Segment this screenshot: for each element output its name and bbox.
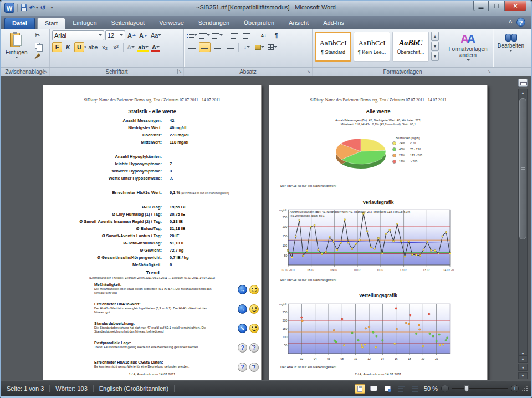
- paste-button[interactable]: Einfügen: [3, 30, 29, 66]
- copy-icon[interactable]: [32, 41, 43, 50]
- draft-view-icon[interactable]: [410, 384, 421, 394]
- close-button[interactable]: ×: [504, 1, 526, 11]
- ribbon-tabs: DateiStartEinfügenSeitenlayoutVerweiseSe…: [4, 18, 351, 29]
- grow-font-button[interactable]: A: [126, 30, 137, 40]
- ribbon-tab[interactable]: Add-Ins: [316, 18, 351, 29]
- clipboard-group-label: Zwischenablage↘: [1, 68, 50, 76]
- font-group: Arial 12 A A Aa F K U ▾ abe x₂ x² A ab A: [50, 29, 184, 67]
- font-color-button[interactable]: A: [151, 42, 161, 52]
- zoom-level[interactable]: 50 %: [424, 385, 438, 392]
- text-effects-button[interactable]: A: [126, 42, 136, 52]
- editing-group-label: [493, 68, 531, 76]
- document-page-1: SiDiary: Name des Patienten: Demo-org, T…: [43, 85, 262, 380]
- ribbon-tab[interactable]: Überprüfen: [237, 18, 282, 29]
- style-card[interactable]: AaBbCcI ¶ Kein Lee...: [354, 32, 390, 62]
- select-browse-object-icon[interactable]: ●: [518, 364, 528, 371]
- pie-legend-item: 24% < 70: [392, 141, 432, 145]
- svg-text:100: 100: [283, 335, 288, 339]
- ribbon-tab[interactable]: Seitenlayout: [104, 18, 152, 29]
- legend-swatch-icon: [392, 160, 396, 164]
- dialog-launcher-icon[interactable]: ↘: [43, 69, 48, 74]
- fullscreen-reading-view-icon[interactable]: [369, 384, 379, 394]
- trend-status-icon: [238, 363, 247, 372]
- change-styles-button[interactable]: AA Formatvorlagen ändern: [446, 32, 490, 64]
- bold-button[interactable]: F: [52, 42, 62, 52]
- styles-scroll-up-icon[interactable]: ▲: [431, 32, 439, 41]
- italic-button[interactable]: K: [63, 42, 73, 52]
- ribbon-tab[interactable]: Verweise: [152, 18, 191, 29]
- dialog-launcher-icon[interactable]: ↘: [306, 69, 311, 74]
- show-paragraph-marks-icon[interactable]: ¶: [270, 30, 282, 40]
- scrollbar-track[interactable]: ▲ ▼: [518, 89, 528, 358]
- ribbon-tab[interactable]: Ansicht: [282, 18, 316, 29]
- maximize-button[interactable]: [489, 1, 504, 11]
- ruler-toggle-icon[interactable]: [518, 79, 528, 87]
- zoom-in-icon[interactable]: +: [511, 385, 519, 392]
- line-spacing-icon[interactable]: ↕: [241, 42, 253, 52]
- decrease-indent-icon[interactable]: [228, 30, 240, 40]
- document-area: SiDiary: Name des Patienten: Demo-org, T…: [1, 76, 531, 380]
- previous-page-icon[interactable]: ▲: [518, 355, 528, 363]
- style-card[interactable]: AaBbC Überschrif...: [392, 32, 429, 62]
- change-case-button[interactable]: Aa: [150, 30, 162, 40]
- minimize-button[interactable]: [473, 1, 489, 11]
- help-icon[interactable]: ?: [516, 18, 525, 27]
- trend-smiley-icon: [249, 343, 259, 353]
- dialog-launcher-icon[interactable]: ↘: [487, 69, 492, 74]
- word-count-status[interactable]: Wörter: 103: [50, 385, 93, 392]
- increase-indent-icon[interactable]: [241, 30, 253, 40]
- scroll-up-icon[interactable]: ▲: [519, 89, 527, 97]
- text-highlight-button[interactable]: ab: [137, 42, 150, 52]
- underline-button[interactable]: U: [74, 42, 84, 52]
- paragraph-group: A↓ ¶ ↕: [184, 29, 313, 67]
- shrink-font-button[interactable]: A: [138, 30, 149, 40]
- print-layout-view-icon[interactable]: [355, 384, 365, 394]
- web-layout-view-icon[interactable]: [382, 384, 393, 394]
- editing-button[interactable]: Bearbeiten: [495, 33, 526, 54]
- next-page-icon[interactable]: ▼: [518, 372, 528, 379]
- scrollbar-thumb[interactable]: [519, 98, 526, 239]
- font-name-select[interactable]: Arial: [52, 30, 104, 40]
- multilevel-list-icon[interactable]: [212, 30, 223, 40]
- ribbon-tab[interactable]: Sendungen: [191, 18, 237, 29]
- dialog-launcher-icon[interactable]: ↘: [177, 69, 182, 74]
- outline-view-icon[interactable]: [396, 384, 407, 394]
- svg-text:150: 150: [283, 234, 288, 238]
- language-status[interactable]: Englisch (Großbritannien): [94, 385, 174, 392]
- superscript-button[interactable]: x²: [111, 42, 121, 52]
- styles-more-icon[interactable]: ▼: [431, 52, 439, 61]
- underline-dropdown-icon[interactable]: ▾: [84, 45, 86, 49]
- ribbon-tab[interactable]: Einfügen: [65, 18, 104, 29]
- strikethrough-button[interactable]: abe: [88, 42, 99, 52]
- pie-subtitle-line2: Mittelwert: 118, HbA1c: 6,1% (43,2mmol/m…: [269, 123, 487, 126]
- page-count-status[interactable]: Seite: 1 von 3: [1, 385, 49, 392]
- svg-text:mg/dl: mg/dl: [279, 208, 286, 212]
- numbered-list-icon[interactable]: [199, 30, 211, 40]
- trend-item: Standardabweichung: Die Standardabweichu…: [94, 322, 234, 336]
- status-bar: Seite: 1 von 3 Wörter: 103 Englisch (Gro…: [1, 381, 531, 396]
- zoom-out-icon[interactable]: −: [441, 385, 449, 392]
- resize-grip[interactable]: [522, 386, 528, 391]
- bullet-list-icon[interactable]: [186, 30, 198, 40]
- styles-scroll-down-icon[interactable]: ▼: [431, 42, 439, 51]
- align-left-icon[interactable]: [186, 42, 198, 52]
- sort-icon[interactable]: A↓: [258, 30, 269, 40]
- format-painter-icon[interactable]: [32, 52, 43, 61]
- cut-icon[interactable]: ✂: [32, 30, 43, 40]
- justify-icon[interactable]: [224, 42, 236, 52]
- align-right-icon[interactable]: [212, 42, 223, 52]
- ribbon-collapse-icon[interactable]: ^: [509, 19, 512, 25]
- svg-text:50: 50: [284, 254, 287, 257]
- shading-icon[interactable]: [254, 42, 265, 52]
- ribbon-tab[interactable]: Start: [37, 18, 65, 29]
- zoom-slider[interactable]: [452, 388, 508, 389]
- style-card[interactable]: AaBbCcI ¶ Standard: [315, 32, 351, 62]
- svg-text:100: 100: [283, 244, 288, 247]
- subscript-button[interactable]: x₂: [100, 42, 110, 52]
- zoom-slider-thumb[interactable]: [464, 385, 469, 392]
- ribbon-tab[interactable]: Datei: [4, 18, 35, 29]
- align-center-icon[interactable]: [199, 42, 211, 52]
- borders-icon[interactable]: [267, 42, 278, 52]
- font-size-select[interactable]: 12: [105, 30, 125, 40]
- stat-row: Ø-Total-Insulin/Tag: 51,13 IE: [43, 239, 261, 247]
